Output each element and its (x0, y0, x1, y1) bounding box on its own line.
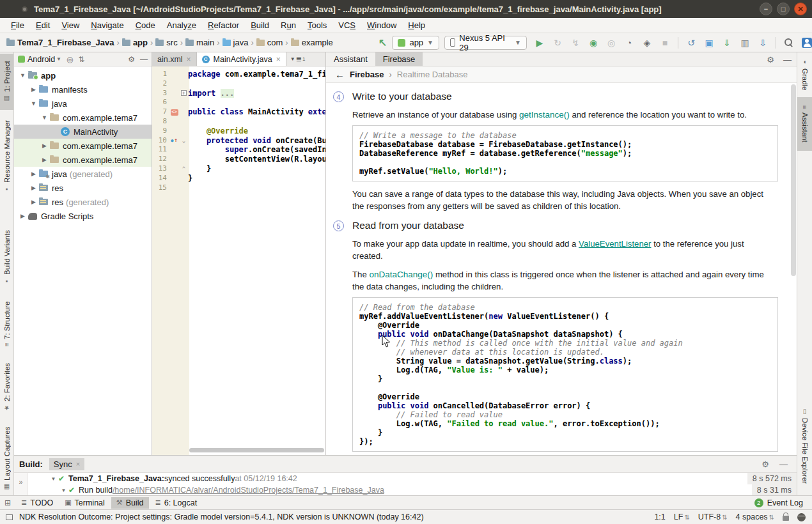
menu-file[interactable]: File (5, 19, 30, 32)
tool-strip-build-variants[interactable]: ▪Build Variants (0, 225, 13, 290)
status-1-1[interactable]: 1:1 (654, 512, 665, 521)
lock-icon[interactable] (783, 516, 789, 521)
fold-marker[interactable]: ⌃ (180, 164, 188, 174)
menu-edit[interactable]: Edit (30, 19, 56, 32)
tree-item-com-example-tema7[interactable]: ▼com.example.tema7 (14, 111, 152, 125)
layout-inspector-icon[interactable]: ▥ (740, 38, 750, 48)
search-icon[interactable] (784, 38, 794, 48)
attach-debugger-icon[interactable]: ◈ (642, 38, 652, 48)
menu-help[interactable]: Help (402, 19, 431, 32)
tool-windows-toggle-icon[interactable]: ⊞ (4, 498, 11, 507)
toolwindow-button-terminal[interactable]: ▣Terminal (59, 497, 110, 509)
tab-overflow-dropdown[interactable]: ▼≣1 (286, 52, 309, 66)
status-4-spaces[interactable]: 4 spaces⇅ (736, 512, 774, 521)
hide-panel-icon[interactable]: — (779, 459, 788, 469)
editor-line[interactable]: 9 @Override (152, 127, 325, 136)
gear-icon[interactable]: ⚙ (767, 55, 774, 65)
maximize-button[interactable]: □ (777, 3, 790, 15)
tree-item-res[interactable]: ▶res (generated) (14, 195, 152, 209)
editor-line[interactable]: 7<>public class MainActivity exte (152, 107, 325, 117)
menu-build[interactable]: Build (245, 19, 275, 32)
close-icon[interactable]: × (76, 460, 80, 468)
editor-line[interactable]: 15 (152, 183, 325, 193)
tree-item-java[interactable]: ▼java (14, 96, 152, 111)
tree-expand-arrow[interactable]: ▶ (29, 171, 38, 177)
doc-link[interactable]: ValueEventListener (579, 239, 651, 249)
menu-tools[interactable]: Tools (302, 19, 332, 32)
sdk-manager-icon[interactable]: ⇓ (722, 38, 732, 48)
back-arrow-icon[interactable]: ← (335, 69, 345, 80)
menu-navigate[interactable]: Navigate (85, 19, 129, 32)
editor-line[interactable]: 13⌃ } (152, 164, 325, 174)
status-utf-8[interactable]: UTF-8⇅ (698, 512, 728, 521)
toolwindow-button-build[interactable]: ⚒Build (111, 497, 149, 509)
avd-manager-icon[interactable]: ▣ (704, 38, 714, 48)
rerun-icon[interactable]: ↻ (552, 38, 563, 48)
run-configuration-select[interactable]: app ▼ (392, 36, 439, 50)
run-icon[interactable]: ▶ (535, 38, 545, 48)
editor-line[interactable]: 12 setContentView(R.layou (152, 155, 325, 164)
tab-mainactivity-java[interactable]: C MainActivity.java × (197, 52, 286, 66)
fold-marker[interactable]: + (180, 89, 188, 98)
tab-sync[interactable]: Sync × (49, 458, 84, 470)
editor-horizontal-scrollbar[interactable] (189, 448, 324, 452)
toolwindow-button-todo[interactable]: ≣TODO (16, 497, 58, 509)
locate-icon[interactable]: ◎ (66, 55, 73, 64)
tab-assistant[interactable]: Assistant (326, 52, 375, 66)
inline-code-reference[interactable]: getInstance() (519, 110, 570, 119)
breadcrumb-com[interactable]: com (256, 38, 283, 47)
device-file-push-icon[interactable]: ⇩ (758, 38, 768, 48)
breadcrumb-example[interactable]: example (291, 38, 333, 47)
apply-changes-icon[interactable]: ↯ (570, 38, 581, 48)
tree-expand-arrow[interactable]: ▶ (29, 185, 38, 191)
debug-icon[interactable]: ◉ (588, 38, 598, 48)
tree-item-res[interactable]: ▶res (14, 181, 152, 195)
editor-line[interactable]: 1package com.example.tema7_1_fi (152, 70, 325, 79)
breadcrumb-main[interactable]: main (185, 38, 214, 47)
tree-expand-arrow[interactable]: ▶ (40, 143, 49, 149)
stop-icon[interactable]: ■ (660, 38, 670, 48)
editor-line[interactable]: 6 (152, 98, 325, 107)
gradle-daemon-icon[interactable] (797, 513, 806, 521)
tree-expand-arrow[interactable]: ▼ (40, 114, 49, 121)
tool-strip-gradle[interactable]: ◖Gradle (797, 54, 812, 95)
breadcrumb-firebase[interactable]: Firebase (350, 70, 384, 79)
build-gutter-expand-icon[interactable]: » (14, 473, 28, 496)
device-select[interactable]: Nexus 5 API 29 ▼ (444, 36, 527, 50)
tree-item-com-example-tema7[interactable]: ▶com.example.tema7 (14, 139, 152, 153)
profiler-attach-icon[interactable]: ◎ (606, 38, 616, 48)
tree-item-java[interactable]: ▶java (generated) (14, 167, 152, 181)
build-row[interactable]: ▼✔Run build /home/INFORMATICA/alvar/Andr… (28, 484, 797, 496)
menu-refactor[interactable]: Refactor (202, 19, 245, 32)
sync-project-icon[interactable]: ↺ (686, 38, 696, 48)
event-log-button[interactable]: 2 Event Log (754, 498, 812, 507)
tree-item-manifests[interactable]: ▶manifests (14, 82, 152, 96)
editor-line[interactable]: 8 (152, 117, 325, 127)
project-view-selector[interactable]: Android (27, 55, 55, 64)
tool-strip-device-file-explorer[interactable]: ▯Device File Explorer (797, 395, 812, 495)
profile-avatar-icon[interactable] (802, 38, 812, 48)
editor-line[interactable]: 10↑⌄ protected void onCreate(Bu (152, 136, 325, 146)
code-snippet-block[interactable]: // Write a message to the databaseFireba… (352, 125, 778, 181)
tree-expand-arrow[interactable]: ▼ (18, 72, 27, 79)
build-row[interactable]: ▼✔Tema7_1_Firebase_Java: synced successf… (28, 473, 797, 484)
hide-panel-icon[interactable]: — (140, 55, 148, 64)
tree-expand-arrow[interactable]: ▼ (29, 100, 38, 107)
editor-body[interactable]: 1package com.example.tema7_1_fi23+import… (152, 66, 325, 455)
gear-icon[interactable]: ⚙ (761, 459, 769, 469)
tool-strip-1-project[interactable]: ▤1: Project (0, 54, 13, 110)
code-snippet-block[interactable]: // Read from the databasemyRef.addValueE… (352, 297, 778, 452)
menu-view[interactable]: View (56, 19, 85, 32)
menu-analyze[interactable]: Analyze (161, 19, 202, 32)
toolwindow-button-6-logcat[interactable]: ≣6: Logcat (150, 497, 203, 509)
build-path-link[interactable]: /home/INFORMATICA/alvar/AndroidStudioPro… (113, 486, 384, 495)
status-lf[interactable]: LF⇅ (674, 512, 690, 521)
breadcrumb-src[interactable]: src (155, 38, 177, 47)
close-button[interactable]: ✕ (794, 3, 807, 15)
tree-expand-arrow[interactable]: ▼ (49, 476, 58, 482)
editor-line[interactable]: 14} (152, 174, 325, 183)
collapse-all-icon[interactable]: ⇅ (79, 55, 85, 64)
fold-marker[interactable]: ⌄ (180, 136, 188, 146)
tree-item-mainactivity[interactable]: CMainActivity (14, 125, 152, 139)
editor-line[interactable]: 2 (152, 79, 325, 89)
